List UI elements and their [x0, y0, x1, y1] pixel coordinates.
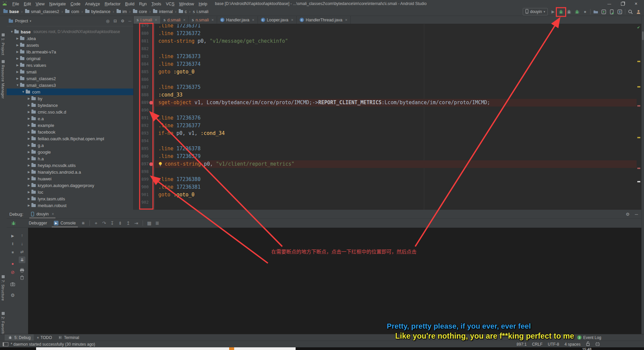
menu-refactor[interactable]: Refactor — [102, 2, 123, 6]
chevron-expanded-icon[interactable]: ▼ — [15, 83, 20, 87]
editor-error-stripe[interactable]: ✔ — [637, 24, 641, 210]
menu-run[interactable]: Run — [137, 2, 149, 6]
code-line-884[interactable]: 884.line 17236374 — [134, 60, 641, 68]
tree-item-original[interactable]: ▶original — [7, 55, 133, 62]
code-line-893[interactable]: 893if-ne p0, v1, :cond_34 — [134, 130, 641, 137]
line-number[interactable]: 888 — [134, 91, 154, 99]
code-line-902[interactable]: 902 — [134, 199, 641, 206]
tree-item-cmic.sso.sdk.d[interactable]: ▶cmic.sso.sdk.d — [7, 109, 133, 115]
console-output[interactable] — [28, 228, 641, 335]
code-line-883[interactable]: 883.line 17236373 — [134, 53, 641, 60]
stripe-project-button[interactable]: 1: Project — [1, 38, 5, 55]
chevron-collapsed-icon[interactable]: ▶ — [26, 190, 31, 194]
frame-down-button[interactable]: ↓ — [19, 240, 25, 247]
tree-item-smali_classes3[interactable]: ▼smali_classes3 — [7, 82, 133, 89]
tree-item-smali[interactable]: ▶smali — [7, 68, 133, 75]
chevron-collapsed-icon[interactable]: ▶ — [26, 197, 31, 200]
tree-item-base[interactable]: ▼basesources root, D:\AndroidNX\apktool\… — [7, 28, 133, 35]
breadcrumb-internal[interactable]: internal — [153, 9, 173, 14]
menu-help[interactable]: Help — [196, 2, 210, 6]
breadcrumb-core[interactable]: core — [133, 9, 147, 14]
code-editor[interactable]: 879.line 17236371880.line 17236372881con… — [134, 24, 641, 210]
close-icon[interactable]: × — [345, 18, 347, 22]
tab-d.smali[interactable]: Sd.smali× — [161, 16, 189, 24]
tree-item-smali_classes2[interactable]: ▶smali_classes2 — [7, 75, 133, 82]
tree-item-facebook[interactable]: ▶facebook — [7, 129, 133, 135]
tree-item-.idea[interactable]: ▶.idea — [7, 35, 133, 42]
profiler-button[interactable]: ↓ — [574, 9, 580, 15]
tree-item-lynx.tasm.utils[interactable]: ▶lynx.tasm.utils — [7, 195, 133, 202]
tree-item-h.a[interactable]: ▶h.a — [7, 155, 133, 162]
step-out-button[interactable]: ↥ — [124, 220, 132, 226]
code-line-900[interactable]: 900.line 17236381 — [134, 183, 641, 191]
code-line-897[interactable]: 897const-string p0, "v1/client/report_me… — [134, 160, 641, 168]
code-line-885[interactable]: 885goto :goto_0 — [134, 68, 641, 76]
line-number[interactable]: 879 — [134, 24, 154, 30]
chevron-collapsed-icon[interactable]: ▶ — [26, 157, 31, 160]
breakpoint-icon[interactable] — [149, 101, 153, 105]
grid-icon[interactable]: ▦ — [145, 220, 153, 226]
locate-icon[interactable]: ◎ — [106, 19, 109, 23]
close-icon[interactable]: × — [211, 18, 214, 22]
run-configurations-button[interactable] — [601, 9, 607, 15]
layout-icon[interactable]: ≣ — [153, 220, 161, 226]
line-number[interactable]: 890 — [134, 107, 154, 114]
code-line-888[interactable]: 888:cond_33 — [134, 91, 641, 99]
chevron-collapsed-icon[interactable]: ▶ — [26, 150, 31, 154]
close-icon[interactable]: × — [291, 18, 293, 22]
breadcrumb-i.smali[interactable]: Si.smali — [193, 9, 208, 14]
stripe-structure-button[interactable]: 7: Structure — [1, 280, 5, 301]
line-number[interactable]: 896 — [134, 153, 154, 160]
debug-session-tab[interactable]: douyin × — [29, 210, 55, 218]
breadcrumb-im[interactable]: im — [117, 9, 127, 14]
chevron-collapsed-icon[interactable]: ▶ — [15, 57, 20, 60]
caret-position[interactable]: 897:1 — [517, 342, 527, 347]
hide-panel-icon[interactable]: ─ — [635, 212, 638, 217]
chevron-expanded-icon[interactable]: ▼ — [9, 30, 14, 33]
stop-button[interactable]: ■ — [582, 9, 588, 15]
print-button[interactable] — [19, 267, 25, 274]
hide-panel-icon[interactable]: ─ — [128, 19, 131, 23]
close-icon[interactable]: × — [155, 18, 157, 22]
chevron-collapsed-icon[interactable]: ▶ — [26, 110, 31, 114]
chevron-collapsed-icon[interactable]: ▶ — [26, 117, 31, 120]
chevron-collapsed-icon[interactable]: ▶ — [15, 43, 20, 47]
code-line-895[interactable]: 895.line 17236378 — [134, 145, 641, 153]
line-number[interactable]: 899 — [134, 176, 154, 183]
breakpoint-icon[interactable] — [149, 162, 153, 166]
thread-dump-camera-button[interactable] — [9, 281, 16, 288]
device-selector-combo[interactable]: douyin ▾ — [523, 8, 548, 15]
line-number[interactable]: 897 — [134, 160, 154, 168]
line-number[interactable]: 883 — [134, 53, 154, 60]
sync-project-button[interactable] — [593, 9, 599, 15]
toolwindow-toggle-icon[interactable] — [3, 342, 8, 346]
gear-icon[interactable]: ⚙ — [626, 212, 630, 217]
chevron-collapsed-icon[interactable]: ▶ — [26, 104, 31, 107]
code-line-899[interactable]: 899.line 17236380 — [134, 176, 641, 183]
resume-button[interactable]: ▶ — [9, 232, 16, 239]
chevron-collapsed-icon[interactable]: ▶ — [15, 70, 20, 73]
file-encoding[interactable]: UTF-8 — [548, 342, 559, 347]
tree-item-bytedance[interactable]: ▶bytedance — [7, 102, 133, 109]
view-breakpoints-button[interactable]: ● — [9, 260, 16, 267]
gear-icon[interactable]: ⚙ — [121, 19, 125, 23]
status-message[interactable]: * daemon started successfully (30 minute… — [3, 342, 95, 347]
attach-debugger-button[interactable] — [566, 9, 572, 15]
tab-Handler.java[interactable]: CHandler.java× — [217, 16, 258, 24]
chevron-collapsed-icon[interactable]: ▶ — [26, 137, 31, 140]
chevron-collapsed-icon[interactable]: ▶ — [15, 37, 20, 40]
line-number[interactable]: 884 — [134, 60, 154, 68]
force-step-into-button[interactable]: ⇟ — [116, 220, 124, 226]
tree-item-google[interactable]: ▶google — [7, 149, 133, 155]
delete-button[interactable] — [19, 274, 25, 281]
tab-HandlerThread.java[interactable]: CHandlerThread.java× — [297, 16, 351, 24]
menu-analyze[interactable]: Analyze — [83, 2, 102, 6]
tree-item-res.values[interactable]: ▶res.values — [7, 62, 133, 68]
toolwindow-button-terminal[interactable]: Terminal — [55, 334, 82, 341]
menu-edit[interactable]: Edit — [21, 2, 33, 6]
line-number[interactable]: 887 — [134, 83, 154, 91]
chevron-collapsed-icon[interactable]: ▶ — [26, 177, 31, 180]
line-separator[interactable]: CRLF — [532, 342, 542, 347]
code-line-891[interactable]: 891.line 17236376 — [134, 114, 641, 122]
chevron-collapsed-icon[interactable]: ▶ — [26, 130, 31, 134]
